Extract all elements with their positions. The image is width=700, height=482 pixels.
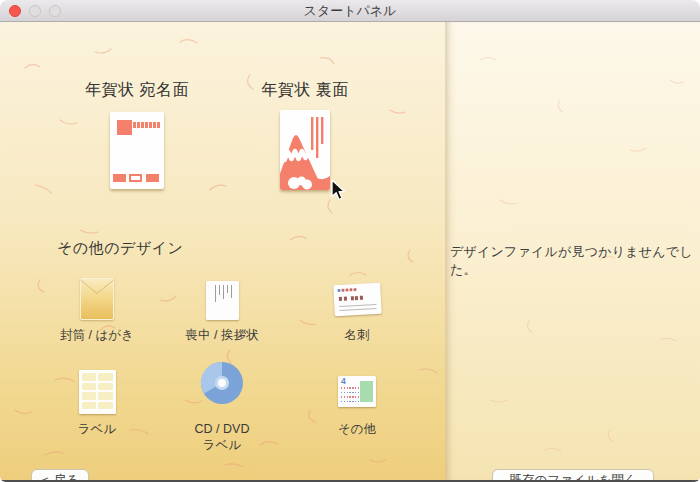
item-nengajo-design-side[interactable]: 年賀状 裏面 [245,80,365,190]
nengajo-design-label: 年賀状 裏面 [245,80,365,100]
postcard-design-icon [280,110,330,190]
item-nengajo-address-side[interactable]: 年賀状 宛名面 [77,80,197,189]
window-title: スタートパネル [0,0,700,21]
envelope-hagaki-label: 封筒 / はがき [37,327,157,343]
zoom-icon[interactable] [49,5,61,17]
cd-dvd-label: CD / DVD ラベル [162,421,282,453]
item-cd-dvd-label[interactable]: CD / DVD ラベル [162,362,282,453]
business-card-icon [333,283,382,316]
other-label: その他 [297,421,417,437]
mouse-cursor-icon [331,179,347,203]
other-design-icon: 4 [338,376,376,407]
cd-dvd-icon [200,361,244,409]
other-designs-heading: その他のデザイン [57,239,183,258]
item-label[interactable]: ラベル [37,362,157,437]
mochu-aisatsujo-label: 喪中 / 挨拶状 [162,327,282,343]
title-bar: スタートパネル [0,0,700,22]
postcard-address-icon [110,112,164,189]
label-label: ラベル [37,421,157,437]
item-meishi[interactable]: 名刺 [297,272,417,343]
address-bar [146,174,159,182]
stamp-shape [117,120,132,135]
item-other[interactable]: 4 その他 [297,362,417,437]
minimize-icon[interactable] [29,5,41,17]
zip-boxes [133,122,160,128]
mourning-card-icon [206,281,239,320]
nengajo-address-label: 年賀状 宛名面 [77,80,197,100]
envelope-icon [80,278,114,320]
address-bar [129,174,142,182]
item-mochu-aisatsujo[interactable]: 喪中 / 挨拶状 [162,272,282,343]
no-design-files-message: デザインファイルが見つかりませんでした。 [450,243,695,279]
label-sheet-icon [79,370,116,414]
content-area: 年賀状 宛名面 年賀状 裏面 [0,22,700,480]
item-envelope-hagaki[interactable]: 封筒 / はがき [37,272,157,343]
start-panel-window: スタートパネル [0,0,700,482]
address-bar [113,174,126,182]
close-icon[interactable] [9,5,21,17]
meishi-label: 名刺 [297,327,417,343]
